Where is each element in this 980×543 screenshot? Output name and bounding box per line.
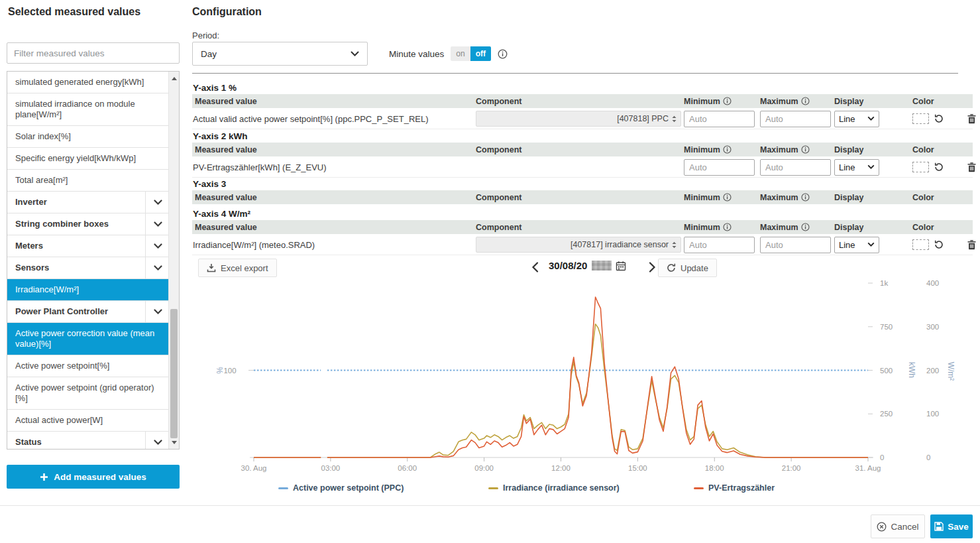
sidebar-category[interactable]: String combiner boxes [7, 213, 170, 235]
reset-color-icon[interactable] [934, 162, 944, 172]
list-item-label: simulated irradiance on module plane[W/m… [7, 93, 170, 125]
axis-section-title: Y-axis 2 kWh [193, 131, 248, 141]
sidebar-category[interactable]: Inverter [7, 192, 170, 213]
list-item-label: Inverter [7, 192, 145, 213]
info-icon[interactable] [723, 223, 732, 231]
display-select[interactable]: Line [834, 159, 879, 176]
component-select[interactable]: [407818] PPC [476, 111, 681, 127]
column-header: Display [834, 145, 885, 154]
minute-values-off[interactable]: off [470, 46, 491, 61]
chevron-down-icon[interactable] [145, 235, 170, 257]
color-swatch[interactable] [912, 162, 929, 172]
calendar-icon[interactable] [616, 261, 626, 271]
axis-section-title: Y-axis 1 % [193, 83, 237, 93]
info-icon[interactable] [801, 97, 810, 105]
info-icon[interactable] [723, 145, 732, 154]
reset-color-icon[interactable] [934, 240, 944, 249]
chevron-down-icon [867, 116, 875, 121]
sidebar-category[interactable]: Sensors [7, 257, 170, 279]
measured-value-row: Actual valid active power setpoint[%] (p… [192, 109, 973, 129]
list-item-label: Specific energy yield[kWh/kWp] [7, 148, 170, 169]
color-swatch[interactable] [912, 113, 929, 124]
period-label: Period: [192, 30, 219, 40]
column-header: Minimum [684, 145, 760, 154]
chart-legend: Active power setpoint (PPC)Irradiance (i… [0, 483, 980, 497]
updown-arrows-icon [672, 241, 677, 249]
column-header: Color [885, 145, 973, 154]
sidebar-category[interactable]: Meters [7, 235, 170, 257]
legend-item[interactable]: Active power setpoint (PPC) [278, 483, 404, 493]
display-value: Line [839, 162, 855, 172]
minimum-input[interactable] [684, 159, 755, 176]
svg-text:500: 500 [880, 367, 893, 375]
column-header: Component [476, 97, 684, 106]
cancel-circle-x-icon [877, 522, 887, 532]
sidebar-item[interactable]: Specific energy yield[kWh/kWp] [7, 148, 170, 170]
svg-text:kWh: kWh [907, 362, 916, 378]
svg-text:100: 100 [926, 410, 939, 418]
minute-values-label: Minute values [389, 49, 444, 59]
sidebar-item[interactable]: Total area[m²] [7, 170, 170, 192]
redacted-year [592, 261, 612, 271]
previous-day-button[interactable] [527, 259, 543, 276]
info-icon[interactable] [801, 145, 810, 154]
minute-values-on[interactable]: on [451, 46, 470, 61]
configuration-panel: Configuration Period: Day Minute values … [192, 0, 973, 504]
info-icon[interactable] [801, 193, 810, 202]
delete-row-icon[interactable] [967, 114, 976, 124]
legend-item[interactable]: Irradiance (irradiance sensor) [488, 483, 620, 493]
info-icon[interactable] [801, 223, 810, 231]
display-select[interactable]: Line [834, 237, 879, 253]
maximum-input[interactable] [760, 159, 831, 176]
chevron-down-icon[interactable] [145, 257, 170, 278]
column-header: Minimum [684, 97, 760, 106]
maximum-input[interactable] [760, 237, 831, 253]
legend-swatch [694, 487, 704, 489]
svg-text:21:00: 21:00 [782, 464, 801, 472]
sidebar-item[interactable]: simulated irradiance on module plane[W/m… [7, 93, 170, 126]
update-button[interactable]: Update [658, 259, 717, 277]
svg-text:15:00: 15:00 [628, 464, 647, 472]
column-header: Measured value [192, 145, 476, 154]
sidebar-item[interactable]: simulated generated energy[kWh] [7, 72, 170, 93]
minimum-input[interactable] [684, 111, 755, 127]
chevron-down-icon[interactable] [145, 192, 170, 213]
axis-section-title: Y-axis 4 W/m² [193, 209, 250, 219]
column-header: Component [476, 193, 684, 202]
column-header: Color [885, 223, 973, 232]
delete-row-icon[interactable] [967, 162, 976, 172]
excel-export-button[interactable]: Excel export [198, 259, 277, 277]
reset-color-icon[interactable] [934, 114, 944, 123]
cancel-button[interactable]: Cancel [871, 514, 925, 538]
chevron-down-icon[interactable] [145, 213, 170, 235]
period-select[interactable]: Day [192, 42, 368, 66]
delete-row-icon[interactable] [967, 240, 976, 250]
column-header: Color [885, 193, 973, 202]
minimum-input[interactable] [684, 237, 755, 253]
column-header: Color [885, 97, 973, 106]
minute-values-toggle[interactable]: on off [451, 46, 491, 61]
filter-measured-values-input[interactable] [7, 42, 180, 64]
svg-text:100: 100 [223, 367, 236, 375]
scroll-up-icon[interactable] [169, 73, 180, 84]
column-header: Maximum [760, 223, 834, 232]
display-select[interactable]: Line [834, 111, 879, 127]
info-icon[interactable] [723, 193, 732, 202]
info-icon[interactable] [498, 49, 508, 59]
sidebar-item[interactable]: Solar index[%] [7, 126, 170, 148]
color-swatch[interactable] [912, 239, 929, 250]
info-icon[interactable] [723, 97, 732, 105]
svg-text:400: 400 [926, 279, 939, 287]
save-button[interactable]: Save [930, 514, 973, 538]
date-picker[interactable]: 30/08/20 [549, 260, 626, 271]
legend-item[interactable]: PV-Ertragszähler [694, 483, 775, 493]
component-value: [407817] irradiance sensor [571, 240, 669, 249]
maximum-input[interactable] [760, 111, 831, 127]
svg-text:W/m²: W/m² [946, 362, 955, 381]
refresh-icon [667, 263, 676, 272]
axis-section-title: Y-axis 3 [193, 179, 226, 189]
legend-swatch [278, 487, 288, 489]
component-select[interactable]: [407817] irradiance sensor [476, 237, 681, 253]
column-header: Measured value [192, 193, 476, 202]
svg-text:03:00: 03:00 [321, 464, 340, 472]
